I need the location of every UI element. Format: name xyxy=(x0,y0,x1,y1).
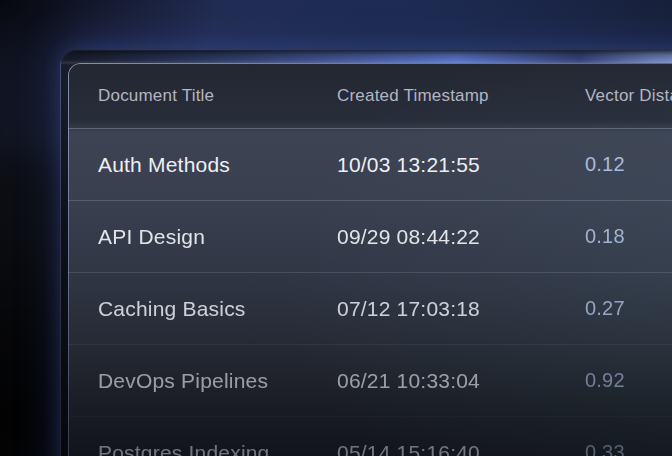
document-title-cell: Auth Methods xyxy=(98,153,337,177)
document-title-cell: Postgres Indexing xyxy=(98,441,337,456)
column-header-vector-distance: Vector Distance xyxy=(585,86,672,106)
table-row[interactable]: DevOps Pipelines 06/21 10:33:04 0.92 xyxy=(68,344,672,416)
table-header-row: Document Title Created Timestamp Vector … xyxy=(68,63,672,129)
table-body: Auth Methods 10/03 13:21:55 0.12 API Des… xyxy=(68,129,672,456)
created-timestamp-cell: 07/12 17:03:18 xyxy=(337,297,585,321)
document-title-cell: Caching Basics xyxy=(98,297,337,321)
created-timestamp-cell: 06/21 10:33:04 xyxy=(337,369,585,393)
vector-distance-cell: 0.33 xyxy=(585,441,672,456)
vector-distance-cell: 0.12 xyxy=(585,153,672,176)
table-row[interactable]: Caching Basics 07/12 17:03:18 0.27 xyxy=(68,272,672,344)
document-title-cell: DevOps Pipelines xyxy=(98,369,337,393)
documents-table-panel: Document Title Created Timestamp Vector … xyxy=(68,63,672,456)
vector-distance-cell: 0.27 xyxy=(585,297,672,320)
column-header-created-timestamp: Created Timestamp xyxy=(337,86,585,106)
created-timestamp-cell: 09/29 08:44:22 xyxy=(337,225,585,249)
vector-distance-cell: 0.18 xyxy=(585,225,672,248)
document-title-cell: API Design xyxy=(98,225,337,249)
created-timestamp-cell: 05/14 15:16:40 xyxy=(337,441,585,456)
column-header-document-title: Document Title xyxy=(98,86,337,106)
table-row[interactable]: Auth Methods 10/03 13:21:55 0.12 xyxy=(68,129,672,200)
page-background: { "table": { "columns": [ { "label": "Do… xyxy=(0,0,672,456)
vector-distance-cell: 0.92 xyxy=(585,369,672,392)
table-row[interactable]: Postgres Indexing 05/14 15:16:40 0.33 xyxy=(68,416,672,456)
created-timestamp-cell: 10/03 13:21:55 xyxy=(337,153,585,177)
table-row[interactable]: API Design 09/29 08:44:22 0.18 xyxy=(68,200,672,272)
